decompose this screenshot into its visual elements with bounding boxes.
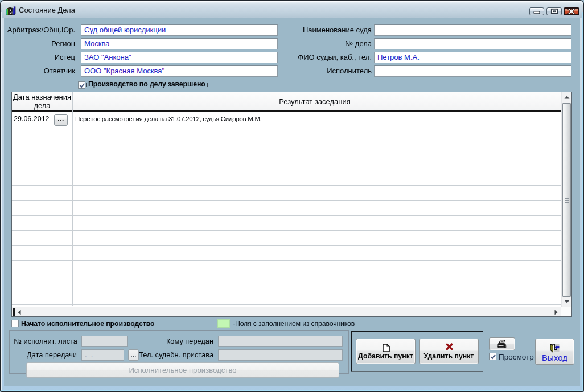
books-icon [6, 5, 16, 16]
writ-number-field [81, 336, 128, 347]
delete-x-icon [445, 343, 454, 351]
label-case-number: № дела [274, 38, 372, 49]
legend-color-swatch [217, 319, 230, 328]
column-header-result[interactable]: Результат заседания [73, 92, 557, 110]
exit-door-icon [550, 343, 560, 353]
table-row-empty[interactable] [12, 156, 561, 171]
table-row-empty[interactable] [12, 141, 561, 156]
preview-label[interactable]: Просмотр [499, 353, 534, 361]
court-type-field[interactable]: Суд общей юрисдикции [81, 24, 278, 36]
scroll-up-icon[interactable] [564, 96, 570, 99]
scrollbar-corner [561, 307, 571, 316]
delete-item-button[interactable]: Удалить пункт [419, 339, 479, 364]
region-field[interactable]: Москва [81, 38, 278, 49]
title-bar: Состояние Дела [1, 1, 583, 18]
enforcement-label[interactable]: Начато исполнительное производство [21, 320, 154, 328]
thumb-grip [565, 198, 569, 204]
enforcement-checkbox[interactable] [11, 320, 19, 327]
table-row-empty[interactable] [12, 246, 561, 261]
row-ellipsis-button[interactable]: ... [54, 114, 68, 126]
minimize-button[interactable] [529, 7, 544, 15]
row-result-cell[interactable]: Перенос рассмотрения дела на 31.07.2012,… [75, 115, 262, 122]
close-x-icon [565, 9, 578, 14]
transfer-date-field: . . [81, 349, 124, 361]
printer-icon [497, 340, 507, 349]
legend-text: -Поля с заполнением из справочников [233, 320, 355, 328]
window-title: Состояние Дела [19, 6, 75, 14]
app-window: Состояние Дела Арбитраж/Общ.Юр. Суд обще… [0, 0, 584, 392]
hearings-table: Дата назначения дела Результат заседания… [11, 92, 572, 317]
case-number-field[interactable] [374, 38, 571, 49]
vertical-scroll-thumb[interactable] [562, 103, 571, 297]
executor-field[interactable] [374, 65, 571, 77]
new-document-icon [383, 344, 390, 352]
add-item-label: Добавить пункт [356, 352, 415, 360]
maximize-button[interactable] [546, 7, 562, 15]
scroll-right-icon[interactable] [554, 310, 558, 315]
table-row-empty[interactable] [12, 201, 561, 216]
label-writ-number: № исполнит. листа [12, 336, 77, 347]
table-row-empty[interactable] [12, 261, 561, 275]
table-row-empty[interactable] [12, 275, 561, 290]
bailiff-phone-field [218, 349, 343, 361]
add-item-button[interactable]: Добавить пункт [356, 339, 416, 364]
case-closed-checkbox[interactable] [78, 81, 85, 89]
label-court-type: Арбитраж/Общ.Юр. [6, 24, 75, 36]
maximize-icon [547, 8, 561, 15]
label-executor: Исполнитель [274, 65, 372, 77]
table-row-empty[interactable] [12, 290, 561, 305]
handed-to-field [218, 336, 343, 347]
label-region: Регион [6, 38, 75, 49]
table-row-empty[interactable] [12, 126, 561, 141]
label-handed-to: Кому передан [143, 336, 213, 347]
print-button[interactable] [489, 337, 515, 350]
label-court-name: Наименование суда [274, 24, 372, 36]
label-plaintiff: Истец [6, 52, 75, 63]
exit-button[interactable]: Выход [535, 339, 574, 365]
judge-field[interactable]: Петров М.А. [374, 52, 571, 63]
grid-empty-rows [12, 112, 561, 306]
horizontal-scrollbar[interactable] [12, 307, 561, 316]
defendant-field[interactable]: ООО "Красная Москва" [81, 65, 278, 77]
delete-item-label: Удалить пункт [420, 352, 478, 360]
court-name-field[interactable] [374, 24, 571, 36]
row-date-cell[interactable]: 29.06.2012 [14, 115, 50, 123]
vertical-scrollbar[interactable] [561, 92, 571, 307]
preview-checkbox[interactable] [489, 353, 496, 360]
close-button[interactable] [564, 7, 579, 15]
label-transfer-date: Дата передачи [12, 349, 77, 361]
table-row-empty[interactable] [12, 231, 561, 246]
enforcement-proceedings-button[interactable]: Исполнительное производство [26, 362, 339, 378]
check-icon [79, 82, 86, 89]
horizontal-scroll-marker [13, 308, 16, 316]
column-header-date[interactable]: Дата назначения дела [12, 92, 72, 110]
label-judge: ФИО судьи, каб., тел. [274, 52, 372, 63]
plaintiff-field[interactable]: ЗАО "Анкона" [81, 52, 278, 63]
scroll-left-icon[interactable] [18, 310, 21, 315]
label-bailiff-phone: Тел. судебн. пристава [131, 349, 213, 361]
minimize-icon [530, 8, 544, 15]
check-icon [490, 353, 497, 361]
exit-label: Выход [536, 353, 574, 362]
table-row-empty[interactable] [12, 171, 561, 186]
table-row-empty[interactable] [12, 186, 561, 201]
table-header: Дата назначения дела Результат заседания [12, 92, 561, 112]
table-row-empty[interactable] [12, 216, 561, 230]
label-defendant: Ответчик [6, 65, 75, 77]
scroll-down-icon[interactable] [564, 300, 570, 303]
case-closed-label[interactable]: Производство по делу завершено [86, 80, 208, 89]
